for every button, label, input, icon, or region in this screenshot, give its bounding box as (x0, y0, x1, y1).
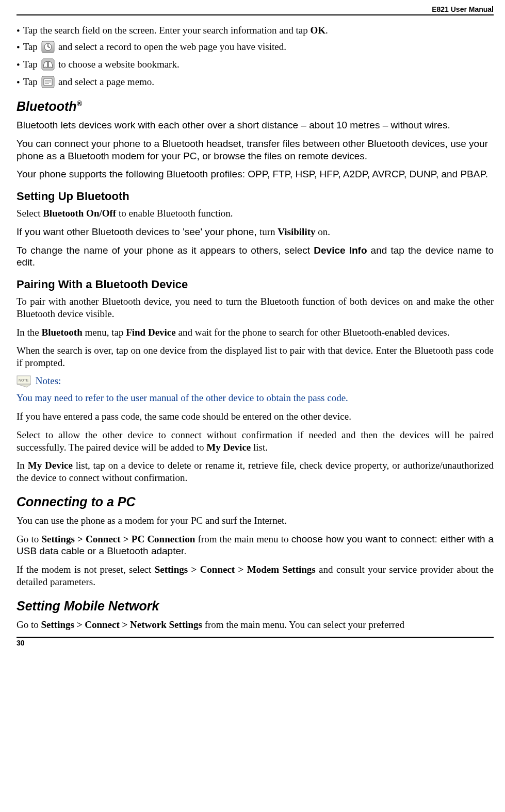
bullet-item: • Tap the search field on the screen. En… (17, 25, 494, 36)
paragraph: To pair with another Bluetooth device, y… (17, 295, 494, 320)
notes-label: NOTE Notes: (17, 375, 494, 388)
svg-text:NOTE: NOTE (19, 378, 29, 382)
text-bold: OK (311, 25, 326, 36)
bullet-dot-icon: • (17, 26, 20, 36)
paragraph: Select to allow the other device to conn… (17, 429, 494, 454)
text: Tap the search field on the screen. Ente… (23, 25, 311, 36)
note-paragraph: You may need to refer to the user manual… (17, 392, 494, 404)
bullet-dot-icon: • (17, 77, 20, 87)
paragraph: Go to Settings > Connect > Network Setti… (17, 619, 494, 631)
paragraph: When the search is over, tap on one devi… (17, 344, 494, 369)
bullet-item: • Tap and select a record to open the we… (17, 40, 494, 54)
paragraph: In the Bluetooth menu, tap Find Device a… (17, 326, 494, 339)
paragraph: You can connect your phone to a Bluetoot… (17, 138, 494, 162)
paragraph: Your phone supports the following Blueto… (17, 168, 494, 180)
bullet-item: • Tap to choose a website bookmark. (17, 58, 494, 71)
paragraph: Select Bluetooth On/Off to enable Blueto… (17, 207, 494, 220)
memo-icon (41, 75, 55, 89)
paragraph: Bluetooth lets devices work with each ot… (17, 119, 494, 131)
heading-setup-bluetooth: Setting Up Bluetooth (17, 190, 494, 203)
page: E821 User Manual • Tap the search field … (0, 0, 505, 652)
doc-header: E821 User Manual (17, 5, 494, 15)
svg-line-3 (48, 47, 50, 47)
history-icon (41, 40, 55, 54)
heading-connect-pc: Connecting to a PC (17, 494, 494, 509)
text: Tap (23, 41, 38, 53)
paragraph: If you have entered a pass code, the sam… (17, 410, 494, 423)
bullet-item: • Tap and select a page memo. (17, 75, 494, 89)
heading-bluetooth: Bluetooth® (17, 99, 494, 114)
note-icon: NOTE (17, 375, 31, 388)
paragraph: Go to Settings > Connect > PC Connection… (17, 533, 494, 558)
bookmark-icon (41, 58, 55, 71)
doc-footer: 30 (17, 637, 494, 647)
heading-pairing: Pairing With a Bluetooth Device (17, 278, 494, 291)
bullet-dot-icon: • (17, 60, 20, 70)
heading-mobile-network: Setting Mobile Network (17, 599, 494, 614)
text: and select a record to open the web page… (58, 41, 286, 53)
notes-text: Notes: (36, 375, 61, 386)
paragraph: To change the name of your phone as it a… (17, 244, 494, 269)
paragraph: If you want other Bluetooth devices to '… (17, 226, 494, 238)
text: and select a page memo. (58, 76, 154, 88)
text: Tap (23, 76, 38, 88)
paragraph: You can use the phone as a modem for you… (17, 515, 494, 527)
bullet-dot-icon: • (17, 42, 20, 52)
text: . (325, 25, 328, 36)
paragraph: In My Device list, tap on a device to de… (17, 459, 494, 484)
text: to choose a website bookmark. (58, 59, 180, 70)
text: Tap (23, 59, 38, 70)
bullet-text: Tap the search field on the screen. Ente… (23, 25, 328, 36)
paragraph: If the modem is not preset, select Setti… (17, 564, 494, 588)
